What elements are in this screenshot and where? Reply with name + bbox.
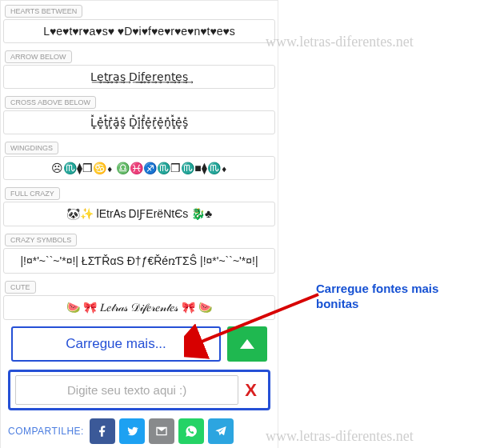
style-output-crazysymbols[interactable]: |!¤*'~``~'*¤!| ŁΣƬŘαS Ð†ƒ€ŘéռƬΣŜ |!¤*'~`… — [3, 248, 275, 274]
telegram-icon — [214, 425, 227, 438]
share-email-button[interactable] — [149, 418, 174, 444]
style-block: ARROW BELOW L͢e͢t͢r͢a͢s͢ D͢i͢f͢e͢r͢e͢n͢t… — [3, 48, 275, 89]
share-row: COMPARTILHE: — [3, 418, 275, 444]
style-output-hearts[interactable]: L♥e♥t♥r♥a♥s♥ ♥D♥i♥f♥e♥r♥e♥n♥t♥e♥s — [3, 19, 275, 43]
style-label: CUTE — [5, 281, 36, 294]
scroll-top-button[interactable] — [227, 326, 267, 362]
caret-up-icon — [240, 339, 254, 349]
clear-button[interactable]: X — [238, 380, 263, 401]
annotation-callout: Carregue fontes mais bonitas — [316, 282, 468, 312]
style-output-cute[interactable]: 🍉 🎀 𝐿𝑒𝓉𝓇𝒶𝓈 𝒟𝒾𝒻𝑒𝓇𝑒𝓃𝓉𝑒𝓈 🎀 🍉 — [3, 295, 275, 320]
load-more-row: Carregue mais... — [3, 326, 275, 362]
watermark: www.letras-diferentes.net — [266, 34, 414, 50]
twitter-icon — [126, 425, 138, 438]
share-label: COMPARTILHE: — [8, 426, 84, 437]
load-more-button[interactable]: Carregue mais... — [11, 326, 221, 362]
facebook-icon — [96, 425, 109, 438]
x-icon: X — [245, 380, 257, 400]
style-label: ARROW BELOW — [5, 50, 72, 63]
style-label: FULL CRAZY — [5, 187, 60, 200]
share-whatsapp-button[interactable] — [178, 418, 204, 444]
style-output-arrow[interactable]: L͢e͢t͢r͢a͢s͢ D͢i͢f͢e͢r͢e͢n͢t͢e͢s͢ — [3, 65, 275, 89]
share-facebook-button[interactable] — [90, 418, 115, 444]
style-block: CROSS ABOVE BELOW L͓̽e͓̽t͓̽r͓̽a͓̽s͓̽ D͓̽… — [3, 94, 275, 134]
style-label: CROSS ABOVE BELOW — [5, 96, 96, 109]
email-icon — [155, 425, 168, 438]
font-generator-panel: HEARTS BETWEEN L♥e♥t♥r♥a♥s♥ ♥D♥i♥f♥e♥r♥e… — [0, 0, 278, 448]
style-block: HEARTS BETWEEN L♥e♥t♥r♥a♥s♥ ♥D♥i♥f♥e♥r♥e… — [3, 2, 275, 43]
watermark: www.letras-diferentes.net — [266, 428, 414, 445]
style-label: CRAZY SYMBOLS — [5, 234, 77, 246]
style-output-cross[interactable]: L͓̽e͓̽t͓̽r͓̽a͓̽s͓̽ D͓̽i͓̽f͓̽e͓̽r͓̽e͓̽n͓̽… — [3, 110, 275, 134]
svg-marker-0 — [240, 339, 254, 349]
text-input-wrap: X — [8, 370, 270, 410]
style-label: WINGDINGS — [5, 142, 58, 154]
style-block: WINGDINGS ☹♏⧫❒♋⬧ ♎♓♐♏❒♏■⧫♏⬧ — [3, 139, 275, 180]
style-output-wingdings[interactable]: ☹♏⧫❒♋⬧ ♎♓♐♏❒♏■⧫♏⬧ — [3, 156, 275, 180]
style-label: HEARTS BETWEEN — [5, 5, 82, 18]
share-twitter-button[interactable] — [119, 418, 145, 444]
style-block: FULL CRAZY 🐼✨ lEtrᎪs ᎠIƑЕrёNtЄs 🐉♣ — [3, 185, 275, 226]
style-block: CUTE 🍉 🎀 𝐿𝑒𝓉𝓇𝒶𝓈 𝒟𝒾𝒻𝑒𝓇𝑒𝓃𝓉𝑒𝓈 🎀 🍉 — [3, 278, 275, 320]
style-block: CRAZY SYMBOLS |!¤*'~``~'*¤!| ŁΣƬŘαS Ð†ƒ€… — [3, 231, 275, 274]
main-text-input[interactable] — [15, 375, 238, 405]
style-output-fullcrazy[interactable]: 🐼✨ lEtrᎪs ᎠIƑЕrёNtЄs 🐉♣ — [3, 202, 275, 226]
whatsapp-icon — [185, 425, 198, 438]
share-telegram-button[interactable] — [208, 418, 234, 444]
